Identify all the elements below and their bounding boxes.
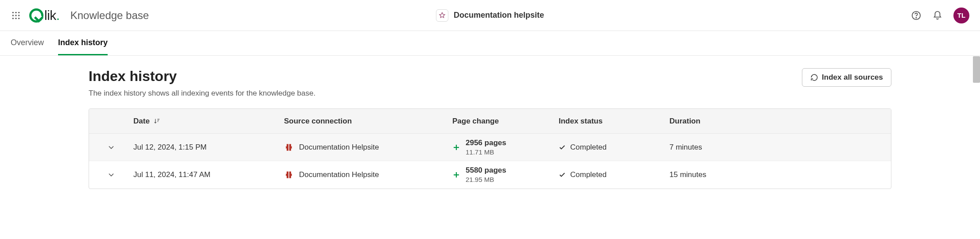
table-header: Date Source connection Page change Index… bbox=[89, 109, 891, 134]
index-history-table: Date Source connection Page change Index… bbox=[89, 108, 891, 189]
refresh-icon bbox=[810, 73, 818, 81]
cell-source: Documentation Helpsite bbox=[284, 170, 452, 180]
check-icon bbox=[559, 144, 566, 151]
bell-icon[interactable] bbox=[932, 10, 943, 21]
svg-point-3 bbox=[12, 15, 14, 16]
source-connector-icon bbox=[284, 143, 294, 152]
col-page-change[interactable]: Page change bbox=[452, 117, 559, 126]
breadcrumb[interactable]: Knowledge base bbox=[70, 9, 149, 22]
cell-date: Jul 12, 2024, 1:15 PM bbox=[133, 143, 284, 152]
svg-point-2 bbox=[18, 12, 19, 13]
svg-point-4 bbox=[15, 15, 16, 16]
index-button-label: Index all sources bbox=[822, 73, 883, 82]
main: Index history The index history shows al… bbox=[0, 56, 980, 189]
col-source[interactable]: Source connection bbox=[284, 117, 452, 126]
cell-status: Completed bbox=[559, 170, 669, 179]
knowledge-base-icon bbox=[436, 9, 448, 22]
tab-index-history[interactable]: Index history bbox=[58, 31, 108, 55]
sort-desc-icon bbox=[153, 118, 160, 125]
context-label: Documentation helpsite bbox=[454, 11, 544, 20]
svg-point-7 bbox=[15, 18, 16, 19]
svg-point-5 bbox=[18, 15, 19, 16]
plus-icon bbox=[452, 143, 460, 151]
topbar: lik. Knowledge base Documentation helpsi… bbox=[0, 0, 980, 31]
qlik-logo[interactable]: lik. bbox=[29, 8, 60, 23]
cell-status: Completed bbox=[559, 143, 669, 152]
table-row: Jul 11, 2024, 11:47 AM Documentation Hel… bbox=[89, 161, 891, 189]
source-connector-icon bbox=[284, 170, 294, 180]
col-status[interactable]: Index status bbox=[559, 117, 669, 126]
avatar[interactable]: TL bbox=[953, 8, 969, 23]
logo-q-icon bbox=[29, 8, 43, 23]
col-duration[interactable]: Duration bbox=[669, 117, 891, 126]
svg-point-0 bbox=[12, 12, 14, 13]
logo-text: lik. bbox=[44, 8, 60, 23]
check-icon bbox=[559, 171, 566, 178]
cell-date: Jul 11, 2024, 11:47 AM bbox=[133, 170, 284, 179]
page-header: Index history The index history shows al… bbox=[89, 68, 891, 98]
cell-page-change: 2956 pages 11.71 MB bbox=[452, 138, 559, 157]
col-date[interactable]: Date bbox=[133, 117, 284, 126]
page-subtitle: The index history shows all indexing eve… bbox=[89, 89, 315, 98]
cell-duration: 7 minutes bbox=[669, 143, 891, 152]
tab-overview[interactable]: Overview bbox=[11, 31, 44, 55]
help-icon[interactable] bbox=[911, 10, 922, 21]
cell-page-change: 5580 pages 21.95 MB bbox=[452, 166, 559, 184]
svg-point-10 bbox=[916, 17, 916, 18]
chevron-down-icon[interactable] bbox=[107, 143, 116, 152]
app-launcher-icon[interactable] bbox=[11, 10, 21, 21]
page-title: Index history bbox=[89, 68, 315, 85]
context-pill[interactable]: Documentation helpsite bbox=[436, 9, 544, 22]
cell-duration: 15 minutes bbox=[669, 170, 891, 179]
svg-point-8 bbox=[18, 18, 19, 19]
plus-icon bbox=[452, 171, 460, 179]
svg-point-1 bbox=[15, 12, 16, 13]
cell-source: Documentation Helpsite bbox=[284, 143, 452, 152]
index-all-sources-button[interactable]: Index all sources bbox=[802, 68, 891, 87]
svg-point-6 bbox=[12, 18, 14, 19]
table-row: Jul 12, 2024, 1:15 PM Documentation Help… bbox=[89, 134, 891, 161]
tabs: Overview Index history bbox=[0, 31, 980, 56]
scrollbar[interactable] bbox=[973, 56, 980, 83]
topbar-right: TL bbox=[911, 8, 969, 23]
chevron-down-icon[interactable] bbox=[107, 170, 116, 179]
